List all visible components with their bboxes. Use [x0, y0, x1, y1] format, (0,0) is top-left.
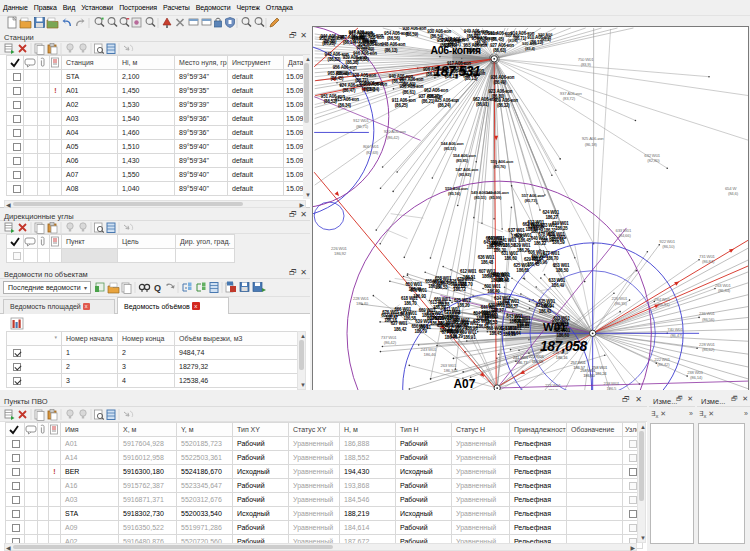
svg-text:(86,21): (86,21)	[421, 99, 434, 104]
svg-text:(86,42): (86,42)	[384, 340, 397, 345]
svg-text:(86,54): (86,54)	[430, 34, 443, 39]
svg-text:186,60: 186,60	[504, 256, 517, 261]
svg-text:186,93: 186,93	[413, 294, 426, 299]
svg-text:(86,24): (86,24)	[438, 103, 451, 108]
svg-text:186,40: 186,40	[356, 301, 369, 306]
svg-text:(86,61): (86,61)	[403, 82, 416, 87]
svg-text:(82,80): (82,80)	[647, 158, 660, 163]
svg-text:(86,84): (86,84)	[702, 259, 715, 264]
svg-text:(86,62): (86,62)	[702, 347, 715, 352]
svg-text:(85,51): (85,51)	[444, 146, 457, 151]
svg-text:(86,80): (86,80)	[492, 94, 505, 99]
svg-text:(86,91): (86,91)	[657, 302, 670, 307]
svg-text:(86,54): (86,54)	[366, 87, 379, 92]
svg-text:186,91: 186,91	[463, 335, 476, 340]
svg-text:(86,14): (86,14)	[690, 375, 703, 380]
svg-text:(86,47): (86,47)	[343, 88, 356, 93]
svg-text:(86,43): (86,43)	[362, 38, 375, 43]
svg-text:186,42: 186,42	[394, 327, 407, 332]
svg-text:186,49: 186,49	[552, 283, 565, 288]
svg-text:186,46: 186,46	[424, 352, 437, 357]
svg-text:186,79: 186,79	[414, 329, 427, 334]
svg-text:(86,61): (86,61)	[403, 90, 416, 95]
svg-text:(86,98): (86,98)	[467, 34, 480, 39]
svg-text:186,26: 186,26	[517, 248, 530, 253]
svg-text:186,35: 186,35	[555, 226, 568, 231]
svg-text:(86,63): (86,63)	[493, 48, 506, 53]
svg-text:(86,56): (86,56)	[702, 317, 715, 322]
svg-text:186,77: 186,77	[516, 360, 528, 365]
svg-text:(86,85): (86,85)	[324, 39, 337, 44]
svg-text:(83,4): (83,4)	[541, 37, 551, 42]
svg-text:186,29: 186,29	[450, 334, 463, 339]
svg-text:(84,6): (84,6)	[728, 191, 739, 196]
svg-text:(86,10): (86,10)	[662, 244, 675, 249]
svg-text:(86,49): (86,49)	[493, 80, 506, 85]
svg-text:(86,91): (86,91)	[476, 102, 489, 107]
svg-text:186,97: 186,97	[491, 278, 504, 283]
svg-text:(86,49): (86,49)	[361, 47, 374, 52]
svg-text:А07: А07	[453, 377, 475, 391]
svg-text:(86,56): (86,56)	[387, 36, 400, 41]
svg-text:186,53: 186,53	[435, 285, 448, 290]
svg-text:(85,76): (85,76)	[493, 164, 506, 169]
svg-text:(85,73): (85,73)	[525, 198, 538, 203]
svg-text:186,46: 186,46	[409, 287, 422, 292]
svg-text:(85,82): (85,82)	[458, 172, 471, 177]
svg-text:186,19: 186,19	[503, 332, 516, 337]
svg-text:(86,18): (86,18)	[585, 142, 598, 147]
svg-text:(86,36): (86,36)	[346, 60, 359, 65]
svg-text:186,30: 186,30	[511, 234, 524, 239]
svg-text:W01: W01	[543, 321, 567, 333]
svg-text:186,18: 186,18	[531, 225, 544, 230]
svg-text:(86,84): (86,84)	[718, 288, 731, 293]
svg-text:(85,99): (85,99)	[489, 195, 502, 200]
svg-text:(86,47): (86,47)	[670, 333, 683, 338]
svg-text:186,59: 186,59	[552, 240, 565, 245]
svg-text:Q: Q	[154, 283, 161, 293]
svg-text:(86,35): (86,35)	[615, 301, 628, 306]
svg-text:186,92: 186,92	[334, 251, 347, 256]
svg-text:186,16: 186,16	[556, 355, 568, 360]
svg-text:(86,83): (86,83)	[328, 57, 341, 62]
svg-text:(82,63): (82,63)	[366, 150, 379, 155]
svg-text:(86,42): (86,42)	[387, 135, 400, 140]
svg-text:(86,27): (86,27)	[427, 94, 440, 99]
svg-text:(83,4): (83,4)	[508, 38, 518, 43]
svg-text:186,72: 186,72	[430, 316, 443, 321]
svg-text:186,65: 186,65	[516, 268, 529, 273]
svg-text:186,40: 186,40	[487, 289, 500, 294]
svg-text:186,80: 186,80	[517, 322, 530, 327]
svg-text:(83,9): (83,9)	[581, 62, 592, 67]
svg-text:186,68: 186,68	[532, 359, 544, 364]
svg-text:186,76: 186,76	[531, 229, 544, 234]
svg-text:186,69: 186,69	[497, 301, 510, 306]
svg-text:(85,81): (85,81)	[456, 158, 469, 163]
svg-text:А06-копия: А06-копия	[431, 45, 481, 56]
svg-text:(85,16): (85,16)	[448, 191, 461, 196]
svg-text:(86,45): (86,45)	[491, 37, 504, 42]
svg-text:186,70: 186,70	[546, 256, 559, 261]
svg-text:186,45: 186,45	[489, 331, 502, 336]
svg-text:186,70: 186,70	[460, 282, 473, 287]
svg-text:(83,4): (83,4)	[525, 46, 535, 51]
svg-text:186,50: 186,50	[556, 268, 569, 273]
svg-text:(86,45): (86,45)	[331, 76, 344, 81]
svg-text:(86,14): (86,14)	[343, 40, 356, 45]
svg-text:186,48: 186,48	[481, 260, 494, 265]
svg-text:(86,32): (86,32)	[497, 103, 510, 108]
svg-text:(86,25): (86,25)	[395, 103, 408, 108]
svg-text:186,24: 186,24	[595, 371, 607, 376]
svg-text:(83,72): (83,72)	[563, 96, 576, 101]
svg-text:(85,51): (85,51)	[474, 195, 487, 200]
svg-text:(86,59): (86,59)	[405, 32, 418, 37]
svg-text:186,82: 186,82	[476, 316, 489, 321]
svg-text:187,531: 187,531	[434, 63, 481, 79]
svg-text:186,58: 186,58	[403, 316, 416, 321]
svg-text:(84,66): (84,66)	[619, 233, 632, 238]
svg-text:187,058: 187,058	[540, 338, 588, 354]
svg-text:186,344: 186,344	[443, 368, 458, 373]
svg-text:186,27: 186,27	[545, 215, 558, 220]
svg-text:186,70: 186,70	[404, 301, 417, 306]
svg-text:(86,71): (86,71)	[356, 124, 369, 129]
